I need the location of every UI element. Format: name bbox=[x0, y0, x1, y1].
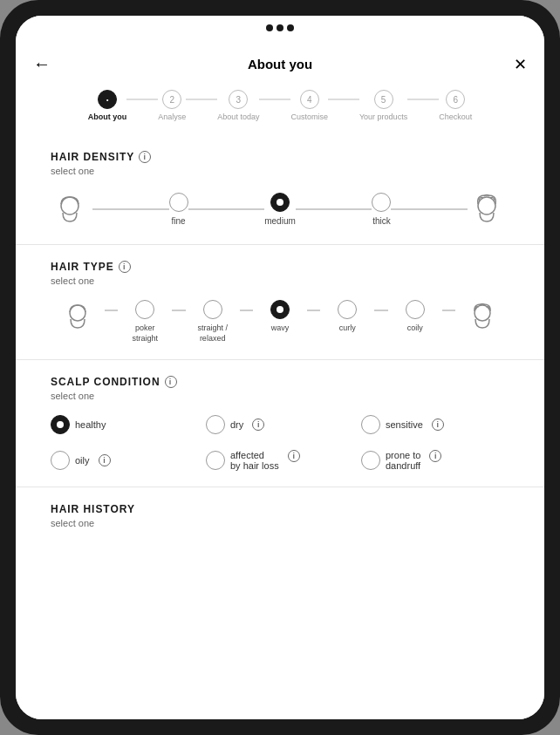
step-2-label: Analyse bbox=[158, 112, 186, 121]
connector-line-d3 bbox=[296, 208, 372, 210]
step-2[interactable]: 2 Analyse bbox=[158, 90, 186, 121]
scalp-sensitive-radio[interactable] bbox=[361, 415, 380, 434]
scalp-options-grid: healthy dry i sensitive i bbox=[51, 415, 509, 471]
hair-density-info-icon[interactable]: i bbox=[139, 151, 151, 163]
scalp-condition-title: SCALP CONDITION i bbox=[51, 376, 509, 388]
scalp-option-hair-loss[interactable]: affectedby hair loss i bbox=[206, 450, 354, 471]
hair-density-section: HAIR DENSITY i select one bbox=[16, 135, 544, 245]
ht-connector-5 bbox=[374, 310, 387, 311]
step-4[interactable]: 4 Customise bbox=[290, 90, 328, 121]
scalp-dry-radio[interactable] bbox=[206, 415, 225, 434]
hair-history-section: HAIR HISTORY select one bbox=[16, 487, 544, 537]
step-line-1 bbox=[126, 99, 158, 100]
hair-density-thick[interactable]: thick bbox=[372, 193, 391, 226]
progress-steps: • About you 2 Analyse 3 About today 4 Cu… bbox=[16, 83, 544, 135]
ht-connector-1 bbox=[105, 310, 118, 311]
step-line-3 bbox=[259, 99, 290, 100]
hair-type-coily[interactable]: coily bbox=[388, 300, 442, 334]
step-3[interactable]: 3 About today bbox=[217, 90, 259, 121]
step-4-label: Customise bbox=[290, 112, 328, 121]
hair-density-medium[interactable]: medium bbox=[264, 193, 296, 226]
ht-wavy-label: wavy bbox=[271, 323, 290, 334]
scalp-dry-label: dry bbox=[230, 419, 243, 430]
hair-type-poker-straight[interactable]: pokerstraight bbox=[118, 300, 172, 344]
scalp-option-oily[interactable]: oily i bbox=[51, 450, 199, 471]
hair-density-title: HAIR DENSITY i bbox=[51, 151, 509, 163]
screen: ← About you ✕ • About you 2 Analyse 3 A bbox=[16, 16, 544, 719]
step-5[interactable]: 5 Your products bbox=[359, 90, 407, 121]
step-1-label: About you bbox=[88, 112, 127, 121]
ht-curly-radio[interactable] bbox=[338, 300, 357, 319]
back-button[interactable]: ← bbox=[33, 54, 51, 74]
scalp-dandruff-radio[interactable] bbox=[361, 451, 380, 470]
hair-type-icon-left bbox=[51, 300, 105, 335]
ht-connector-6 bbox=[442, 310, 455, 311]
scalp-oily-label: oily bbox=[75, 455, 90, 466]
scalp-option-dry[interactable]: dry i bbox=[206, 415, 354, 434]
ht-connector-3 bbox=[240, 310, 253, 311]
ht-poker-radio[interactable] bbox=[135, 300, 154, 319]
status-dot-2 bbox=[277, 24, 283, 31]
scalp-healthy-radio[interactable] bbox=[51, 415, 70, 434]
svg-point-0 bbox=[61, 197, 79, 214]
svg-point-2 bbox=[70, 305, 85, 321]
step-line-5 bbox=[407, 99, 439, 100]
scalp-option-healthy[interactable]: healthy bbox=[51, 415, 199, 434]
hair-density-thick-label: thick bbox=[372, 216, 391, 226]
modal-header: ← About you ✕ bbox=[16, 40, 544, 83]
scalp-hair-loss-radio[interactable] bbox=[206, 451, 225, 470]
hair-density-fine-radio[interactable] bbox=[169, 193, 188, 212]
hair-density-fine[interactable]: fine bbox=[169, 193, 188, 226]
ht-straight-label: straight /relaxed bbox=[197, 323, 228, 344]
connector-line-d2 bbox=[188, 208, 265, 210]
hair-type-wavy[interactable]: wavy bbox=[253, 300, 307, 334]
status-bar bbox=[16, 16, 544, 40]
ht-straight-radio[interactable] bbox=[203, 300, 222, 319]
scalp-option-dandruff[interactable]: prone todandruff i bbox=[361, 450, 509, 471]
hair-type-info-icon[interactable]: i bbox=[119, 261, 131, 273]
scalp-option-sensitive[interactable]: sensitive i bbox=[361, 415, 509, 434]
hair-type-curly[interactable]: curly bbox=[320, 300, 374, 334]
hair-type-straight-relaxed[interactable]: straight /relaxed bbox=[186, 300, 240, 344]
ht-coily-radio[interactable] bbox=[406, 300, 425, 319]
device-frame: ← About you ✕ • About you 2 Analyse 3 A bbox=[0, 0, 560, 735]
ht-curly-label: curly bbox=[339, 323, 356, 334]
hair-density-options: fine medium thick bbox=[51, 190, 509, 228]
hair-type-section: HAIR TYPE i select one bbox=[16, 245, 544, 360]
ht-wavy-radio[interactable] bbox=[270, 300, 290, 319]
step-6[interactable]: 6 Checkout bbox=[439, 90, 472, 121]
hair-density-medium-label: medium bbox=[264, 216, 296, 226]
modal-content: ← About you ✕ • About you 2 Analyse 3 A bbox=[16, 40, 544, 719]
hair-density-thick-radio[interactable] bbox=[372, 193, 391, 212]
scalp-condition-section: SCALP CONDITION i select one healthy dry… bbox=[16, 360, 544, 487]
scalp-oily-info-icon[interactable]: i bbox=[99, 454, 111, 466]
scalp-sensitive-info-icon[interactable]: i bbox=[432, 419, 444, 431]
step-1[interactable]: • About you bbox=[88, 90, 127, 121]
step-line-4 bbox=[328, 99, 359, 100]
step-4-circle: 4 bbox=[300, 90, 319, 109]
scalp-dandruff-info-icon[interactable]: i bbox=[429, 450, 441, 462]
step-5-label: Your products bbox=[359, 112, 407, 121]
scalp-oily-radio[interactable] bbox=[51, 451, 70, 470]
ht-coily-label: coily bbox=[407, 323, 423, 334]
scalp-condition-info-icon[interactable]: i bbox=[165, 376, 177, 388]
hair-density-medium-radio[interactable] bbox=[270, 193, 290, 212]
scalp-dandruff-label: prone todandruff bbox=[386, 450, 420, 471]
ht-connector-4 bbox=[307, 310, 320, 311]
step-1-circle: • bbox=[98, 90, 117, 109]
step-6-label: Checkout bbox=[439, 112, 472, 121]
connector-line-d1 bbox=[92, 208, 169, 210]
hair-density-fine-label: fine bbox=[172, 216, 186, 226]
scalp-dry-info-icon[interactable]: i bbox=[252, 419, 264, 431]
step-5-circle: 5 bbox=[374, 90, 393, 109]
step-line-2 bbox=[186, 99, 217, 100]
scalp-hair-loss-info-icon[interactable]: i bbox=[288, 450, 300, 462]
svg-point-3 bbox=[475, 305, 490, 321]
modal-title: About you bbox=[248, 57, 312, 71]
step-6-circle: 6 bbox=[446, 90, 465, 109]
hair-type-title: HAIR TYPE i bbox=[51, 261, 509, 273]
hair-history-title: HAIR HISTORY bbox=[51, 503, 509, 515]
status-dot-3 bbox=[287, 24, 294, 31]
close-button[interactable]: ✕ bbox=[514, 55, 527, 74]
hair-density-icon bbox=[51, 190, 92, 228]
